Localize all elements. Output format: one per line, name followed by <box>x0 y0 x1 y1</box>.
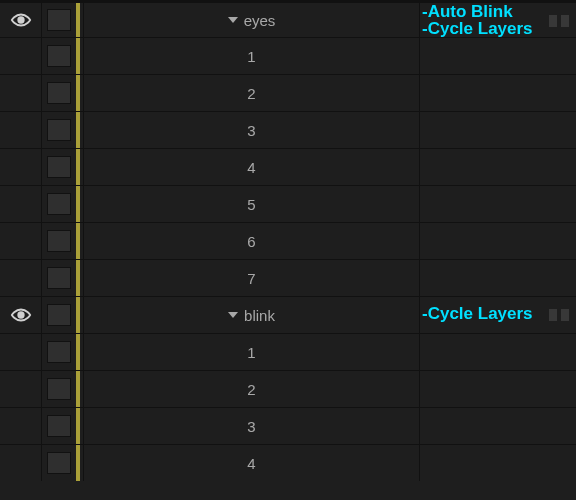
behavior-tags[interactable] <box>420 260 576 296</box>
behavior-tag-text: -Auto Blink-Cycle Layers <box>422 3 533 37</box>
layer-row[interactable]: 2 <box>0 74 576 111</box>
eye-icon <box>10 304 32 326</box>
layer-name[interactable]: 5 <box>84 186 420 222</box>
layer-name[interactable]: 1 <box>84 38 420 74</box>
behavior-tags[interactable]: -Cycle Layers <box>420 297 576 333</box>
layer-row[interactable]: 1 <box>0 333 576 370</box>
visibility-toggle[interactable] <box>0 112 42 148</box>
behavior-tags[interactable] <box>420 149 576 185</box>
layer-name[interactable]: 3 <box>84 408 420 444</box>
label-color-strip <box>76 223 80 259</box>
visibility-toggle[interactable] <box>0 260 42 296</box>
layer-name[interactable]: 1 <box>84 334 420 370</box>
layer-name[interactable]: 2 <box>84 75 420 111</box>
group-label: blink <box>244 307 275 324</box>
layer-row[interactable]: 6 <box>0 222 576 259</box>
handles-icon <box>548 13 570 29</box>
layer-color-swatch[interactable] <box>42 371 84 407</box>
chevron-down-icon[interactable] <box>228 17 238 23</box>
label-color-strip <box>76 445 80 481</box>
layer-color-swatch[interactable] <box>42 75 84 111</box>
layer-row[interactable]: 5 <box>0 185 576 222</box>
layer-color-swatch[interactable] <box>42 223 84 259</box>
label-color-strip <box>76 260 80 296</box>
behavior-tags[interactable] <box>420 75 576 111</box>
visibility-toggle[interactable] <box>0 408 42 444</box>
svg-point-1 <box>18 312 24 318</box>
swatch-box <box>47 156 71 178</box>
layer-row[interactable]: 3 <box>0 111 576 148</box>
behavior-tags[interactable] <box>420 445 576 481</box>
behavior-tags[interactable] <box>420 334 576 370</box>
swatch-box <box>47 82 71 104</box>
layer-row[interactable]: 1 <box>0 37 576 74</box>
visibility-toggle[interactable] <box>0 149 42 185</box>
layer-row[interactable]: 4 <box>0 148 576 185</box>
group-name[interactable]: blink <box>84 297 420 333</box>
behavior-tags[interactable] <box>420 186 576 222</box>
layer-name[interactable]: 4 <box>84 149 420 185</box>
label-color-strip <box>76 75 80 111</box>
label-color-strip <box>76 186 80 222</box>
layer-label: 5 <box>247 196 255 213</box>
layer-group-row[interactable]: blink-Cycle Layers <box>0 296 576 333</box>
layer-label: 2 <box>247 381 255 398</box>
layer-color-swatch[interactable] <box>42 297 84 333</box>
visibility-toggle[interactable] <box>0 371 42 407</box>
behavior-tags[interactable]: -Auto Blink-Cycle Layers <box>420 3 576 37</box>
behavior-tags[interactable] <box>420 408 576 444</box>
behavior-tags[interactable] <box>420 38 576 74</box>
layer-color-swatch[interactable] <box>42 112 84 148</box>
layer-name[interactable]: 6 <box>84 223 420 259</box>
visibility-toggle[interactable] <box>0 297 42 333</box>
group-name[interactable]: eyes <box>84 3 420 37</box>
visibility-toggle[interactable] <box>0 186 42 222</box>
visibility-toggle[interactable] <box>0 223 42 259</box>
swatch-box <box>47 341 71 363</box>
visibility-toggle[interactable] <box>0 334 42 370</box>
label-color-strip <box>76 112 80 148</box>
label-color-strip <box>76 334 80 370</box>
layer-label: 3 <box>247 418 255 435</box>
label-color-strip <box>76 297 80 333</box>
layer-row[interactable]: 7 <box>0 259 576 296</box>
chevron-down-icon[interactable] <box>228 312 238 318</box>
layer-name[interactable]: 4 <box>84 445 420 481</box>
visibility-toggle[interactable] <box>0 445 42 481</box>
svg-point-0 <box>18 17 24 23</box>
layer-label: 1 <box>247 344 255 361</box>
swatch-box <box>47 45 71 67</box>
visibility-toggle[interactable] <box>0 38 42 74</box>
layer-color-swatch[interactable] <box>42 334 84 370</box>
behavior-tags[interactable] <box>420 371 576 407</box>
layer-name[interactable]: 3 <box>84 112 420 148</box>
layer-color-swatch[interactable] <box>42 260 84 296</box>
swatch-box <box>47 415 71 437</box>
label-color-strip <box>76 38 80 74</box>
layer-name[interactable]: 7 <box>84 260 420 296</box>
layer-color-swatch[interactable] <box>42 408 84 444</box>
layer-label: 3 <box>247 122 255 139</box>
swatch-box <box>47 230 71 252</box>
layer-label: 6 <box>247 233 255 250</box>
layer-label: 2 <box>247 85 255 102</box>
layer-row[interactable]: 3 <box>0 407 576 444</box>
label-color-strip <box>76 371 80 407</box>
visibility-toggle[interactable] <box>0 3 42 37</box>
layer-color-swatch[interactable] <box>42 445 84 481</box>
behavior-tags[interactable] <box>420 112 576 148</box>
layer-color-swatch[interactable] <box>42 186 84 222</box>
layer-row[interactable]: 2 <box>0 370 576 407</box>
behavior-tags[interactable] <box>420 223 576 259</box>
layer-color-swatch[interactable] <box>42 3 84 37</box>
visibility-toggle[interactable] <box>0 75 42 111</box>
handles-icon <box>548 307 570 323</box>
layer-group-row[interactable]: eyes-Auto Blink-Cycle Layers <box>0 0 576 37</box>
layer-row[interactable]: 4 <box>0 444 576 481</box>
layer-label: 4 <box>247 455 255 472</box>
swatch-box <box>47 304 71 326</box>
layer-color-swatch[interactable] <box>42 149 84 185</box>
layer-name[interactable]: 2 <box>84 371 420 407</box>
layer-color-swatch[interactable] <box>42 38 84 74</box>
label-color-strip <box>76 3 80 37</box>
